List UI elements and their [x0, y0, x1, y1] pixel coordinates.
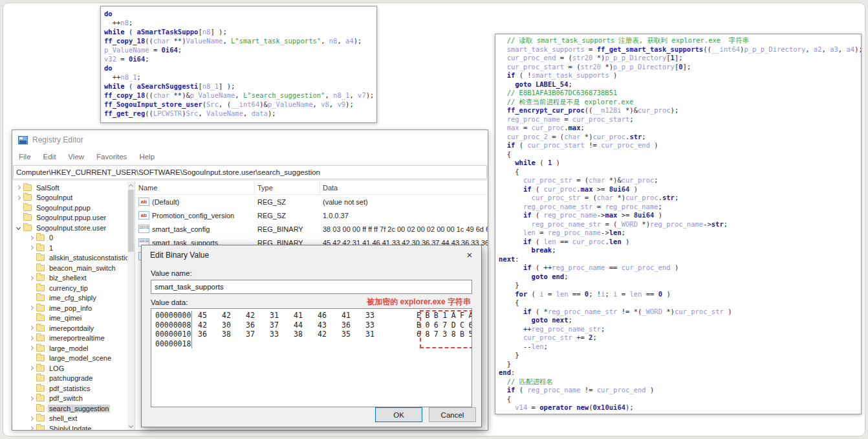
menu-item-edit[interactable]: Edit [43, 153, 56, 161]
folder-icon [36, 295, 45, 301]
value-type-text: REG_SZ [255, 195, 320, 208]
column-header-name[interactable]: Name [135, 181, 255, 194]
registry-addressbar: Computer\HKEY_CURRENT_USER\SOFTWARE\Sogo… [12, 164, 488, 181]
folder-icon [36, 234, 45, 241]
chevron-right-icon[interactable] [29, 396, 34, 401]
code-line: ff_copy_18((char **)ValueName, L"smart_t… [104, 36, 376, 45]
tree-item-patchupgrade[interactable]: patchupgrade [12, 374, 127, 384]
menu-item-view[interactable]: View [68, 153, 84, 161]
chevron-right-icon[interactable] [29, 416, 34, 421]
folder-icon [36, 345, 45, 352]
tree-item-0[interactable]: 0 [12, 233, 127, 243]
tree-item-large_model[interactable]: large_model [12, 343, 127, 354]
code-line: reg_proc_name_str = reg_proc_name; [499, 203, 861, 212]
folder-icon [36, 275, 45, 281]
value-row-smart_task_config[interactable]: 110 011smart_task_configREG_BINARY38 03 … [135, 222, 488, 236]
hex-offset: 00000010 [151, 330, 191, 339]
chevron-right-icon[interactable] [29, 276, 34, 280]
folder-icon [36, 355, 45, 361]
value-name-input[interactable]: smart_task_supports [151, 280, 472, 294]
ok-button[interactable]: OK [375, 407, 422, 422]
tree-item-SogouInput.store.user[interactable]: SogouInput.store.user [12, 223, 127, 233]
chevron-down-icon[interactable] [16, 225, 21, 230]
code-line: { [499, 168, 861, 177]
chevron-right-icon[interactable] [29, 306, 34, 310]
tree-item-ime_cfg_shiply[interactable]: ime_cfg_shiply [12, 293, 127, 304]
chevron-right-icon[interactable] [29, 366, 34, 370]
tree-item-1[interactable]: 1 [12, 243, 127, 253]
value-row-(Default)[interactable]: ab(Default)REG_SZ(value not set) [135, 195, 488, 208]
tree-item-imereportdaily[interactable]: imereportdaily [12, 323, 127, 333]
menu-item-favorites[interactable]: Favorites [96, 153, 127, 161]
tree-item-LOG[interactable]: LOG [12, 363, 127, 374]
binary-value-icon: 110 011 [138, 225, 149, 233]
tree-item-SogouInput.ppup[interactable]: SogouInput.ppup [12, 203, 127, 213]
code-line: reg_proc_name = cur_proc_start; [499, 115, 861, 124]
code-line: ++n8; [104, 18, 376, 27]
tree-item-label: search_suggestion [48, 405, 110, 412]
chevron-right-icon[interactable] [29, 336, 34, 341]
tree-item-SogouInput.ppup.user[interactable]: SogouInput.ppup.user [12, 213, 127, 223]
tree-item-large_model_scene[interactable]: large_model_scene [12, 354, 127, 364]
code-line: do [104, 9, 376, 18]
chevron-right-icon[interactable] [29, 426, 34, 430]
registry-menubar: FileEditViewFavoritesHelp [12, 150, 488, 164]
hex-ascii: EBB1AFA3 [417, 311, 472, 321]
tree-item-label: ime_cfg_shiply [48, 294, 98, 302]
tree-item-biz_shellext[interactable]: biz_shellext [12, 273, 127, 284]
chevron-placeholder [30, 357, 33, 360]
value-row-Promotion_config_version[interactable]: abPromotion_config_versionREG_SZ1.0.0.37 [135, 208, 488, 222]
code-line: p_ValueName = 0i64; [104, 45, 376, 54]
code-line: for ( i = len == 0; !i; i = len == 0 ) [499, 290, 861, 299]
tree-item-label: large_model_scene [48, 354, 113, 362]
list-header: NameTypeData [135, 181, 488, 195]
chevron-right-icon[interactable] [29, 326, 34, 330]
value-type-text: REG_BINARY [255, 222, 320, 236]
tree-item-SogouInput[interactable]: SogouInput [12, 193, 127, 203]
value-type-text: REG_SZ [255, 208, 320, 222]
scrollbar-down-icon[interactable] [127, 422, 135, 430]
chevron-right-icon[interactable] [16, 196, 21, 200]
tree-item-pdf_switch[interactable]: pdf_switch [12, 394, 127, 404]
tree-item-pdf_statistics[interactable]: pdf_statistics [12, 383, 127, 394]
chevron-right-icon[interactable] [16, 185, 21, 190]
tree-item-shell_ext[interactable]: shell_ext [12, 414, 127, 424]
tree-item-ime_qimei[interactable]: ime_qimei [12, 313, 127, 324]
code-line: cur_proc_str = (char *)cur_proc.str; [499, 194, 861, 203]
code-line: max = cur_proc.max; [499, 124, 861, 133]
cancel-button[interactable]: Cancel [429, 407, 476, 422]
column-header-data[interactable]: Data [320, 181, 488, 194]
address-bar-input[interactable]: Computer\HKEY_CURRENT_USER\SOFTWARE\Sogo… [13, 165, 487, 179]
tree-item-imereportrealtime[interactable]: imereportrealtime [12, 333, 127, 344]
chevron-right-icon[interactable] [29, 236, 34, 240]
tree-item-ime_pop_info[interactable]: ime_pop_info [12, 303, 127, 313]
tree-item-currency_tip[interactable]: currency_tip [12, 283, 127, 293]
code-line: cur_proc_start = (str20 *)p_p_p_Director… [499, 63, 861, 72]
dialog-titlebar: Edit Binary Value × [142, 245, 481, 264]
tree-item-label: large_model [48, 344, 90, 352]
code-line: reg_proc_name_str = (_WORD *)reg_proc_na… [499, 220, 861, 229]
menu-item-help[interactable]: Help [139, 153, 155, 161]
scrollbar-up-icon[interactable] [127, 181, 135, 190]
code-line: ++n8_1; [104, 73, 376, 82]
code-line: ff_copy_18((char **)&p_ValueName, L"sear… [104, 91, 376, 100]
tree-item-allskin_statusiconstatistics[interactable]: allskin_statusiconstatistics [12, 253, 127, 264]
scrollbar-thumb[interactable] [128, 190, 134, 252]
hex-editor[interactable]: 000000004542423141464133EBB1AFA300000008… [151, 308, 472, 407]
tree-scrollbar[interactable] [127, 181, 135, 430]
tree-item-search_suggestion[interactable]: search_suggestion [12, 403, 127, 414]
chevron-right-icon[interactable] [29, 245, 34, 250]
folder-icon [36, 335, 45, 341]
tree-item-ShiplyUpdate[interactable]: ShiplyUpdate [12, 423, 127, 430]
value-data-text: 1.0.0.37 [320, 208, 488, 222]
code-line: ++reg_proc_name_str; [499, 325, 861, 334]
value-name-label: Value name: [151, 269, 192, 277]
tree-item-SalSoft[interactable]: SalSoft [12, 183, 127, 193]
code-line: if ( cur_proc_start != cur_proc_end ) [499, 141, 861, 150]
folder-icon [36, 254, 45, 261]
tree-item-beacon_main_switch[interactable]: beacon_main_switch [12, 263, 127, 273]
column-header-type[interactable]: Type [255, 181, 320, 194]
chevron-right-icon[interactable] [29, 346, 34, 350]
menu-item-file[interactable]: File [19, 153, 31, 161]
close-icon[interactable]: × [458, 246, 481, 264]
